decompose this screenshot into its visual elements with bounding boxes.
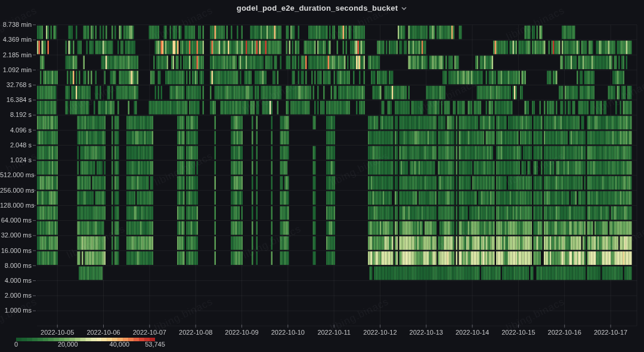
y-axis-label: 256.000 ms — [0, 187, 32, 194]
y-axis-label: 32.768 s — [0, 81, 32, 88]
y-axis-label: 1.000 ms — [0, 307, 32, 314]
x-axis-label: 2022-10-12 — [363, 329, 397, 336]
y-axis-label: 512.000 ms — [0, 171, 32, 178]
x-axis-label: 2022-10-16 — [548, 329, 581, 336]
y-axis-label: 2.185 min — [0, 51, 32, 58]
y-axis-label: 128.000 ms — [0, 202, 32, 209]
y-axis-label: 16.384 s — [0, 96, 32, 103]
y-axis-label: 32.000 ms — [0, 231, 32, 239]
x-axis-label: 2022-10-17 — [594, 329, 627, 336]
y-axis-label: 8.738 min — [0, 21, 32, 28]
y-axis: 8.738 min4.369 min2.185 min1.092 min32.7… — [0, 0, 32, 334]
legend-tick-label: 53,745 — [145, 341, 165, 348]
x-axis-label: 2022-10-11 — [317, 329, 350, 336]
y-axis-label: 64.000 ms — [0, 217, 32, 224]
legend-tick-label: 40,000 — [110, 341, 130, 348]
color-legend: 020,00040,00053,745 — [0, 334, 191, 352]
y-axis-label: 4.369 min — [0, 36, 32, 43]
heatmap-panel: godel_pod_e2e_duration_seconds_bucket 8.… — [0, 0, 644, 352]
x-axis-label: 2022-10-15 — [501, 329, 535, 336]
y-axis-label: 8.000 ms — [0, 262, 32, 269]
legend-tick-label: 0 — [14, 341, 18, 348]
legend-tick-label: 20,000 — [58, 341, 78, 348]
panel-title: godel_pod_e2e_duration_seconds_bucket — [237, 4, 398, 13]
x-axis-label: 2022-10-14 — [456, 329, 489, 336]
legend-gradient-bar — [16, 338, 155, 341]
x-axis-label: 2022-10-09 — [225, 329, 258, 336]
y-axis-label: 1.024 s — [0, 156, 32, 163]
y-axis-label: 2.000 ms — [0, 292, 32, 299]
y-axis-label: 16.000 ms — [0, 247, 32, 254]
x-axis-label: 2022-10-13 — [410, 329, 443, 336]
y-axis-label: 4.096 s — [0, 126, 32, 134]
chevron-down-icon[interactable] — [401, 5, 407, 12]
y-axis-label: 8.192 s — [0, 111, 32, 118]
y-axis-label: 1.092 min — [0, 66, 32, 73]
y-axis-label: 4.000 ms — [0, 277, 32, 284]
panel-header[interactable]: godel_pod_e2e_duration_seconds_bucket — [0, 0, 644, 16]
heatmap-canvas[interactable] — [0, 0, 644, 352]
y-axis-label: 2.048 s — [0, 141, 32, 149]
x-axis-label: 2022-10-10 — [271, 329, 305, 336]
